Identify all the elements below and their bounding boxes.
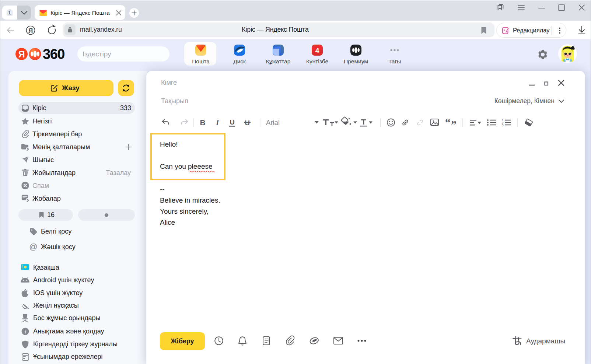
svg-text:“: “	[445, 116, 451, 128]
svg-text:3: 3	[502, 123, 504, 127]
svg-text:@: @	[29, 242, 37, 251]
svg-text:I: I	[216, 118, 219, 127]
svg-text:U: U	[230, 118, 235, 126]
svg-text:Arial: Arial	[266, 119, 280, 126]
svg-text:Я: Я	[18, 49, 25, 59]
svg-text:1: 1	[8, 10, 11, 15]
svg-text:B: B	[200, 118, 205, 127]
svg-text:Я: Я	[28, 27, 33, 34]
svg-text:i: i	[25, 329, 26, 335]
svg-text:U: U	[245, 119, 250, 127]
svg-text:4: 4	[315, 47, 319, 55]
svg-text:”: ”	[451, 118, 457, 129]
